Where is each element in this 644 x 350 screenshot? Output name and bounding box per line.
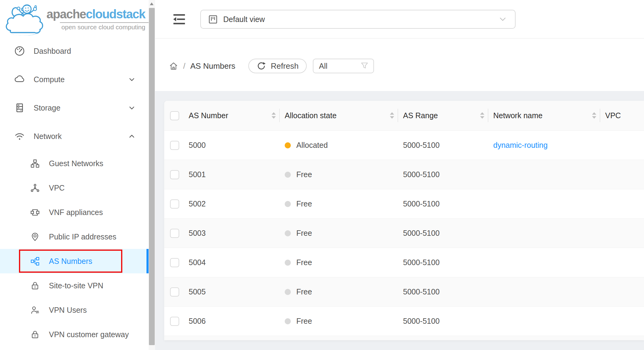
sidebar-scrollbar[interactable] bbox=[149, 0, 155, 350]
row-checkbox[interactable] bbox=[170, 287, 179, 297]
select-all-checkbox[interactable] bbox=[170, 111, 179, 120]
sidebar-item-label: Guest Networks bbox=[49, 159, 103, 168]
cell-network-name bbox=[488, 277, 600, 306]
lock-icon bbox=[30, 281, 40, 290]
state-label: Free bbox=[296, 170, 312, 179]
cell-network-name bbox=[488, 160, 600, 189]
sidebar-item-network[interactable]: Network bbox=[0, 124, 149, 148]
sidebar-item-label: VPN customer gateway bbox=[49, 330, 129, 339]
cell-allocation-state: Free bbox=[280, 277, 398, 306]
apartment-icon bbox=[30, 159, 40, 168]
table-row: 5003 Free 5000-5100 bbox=[164, 218, 644, 248]
sidebar-item-label: Site-to-site VPN bbox=[49, 281, 103, 290]
filter-funnel-icon bbox=[360, 61, 369, 71]
state-label: Free bbox=[296, 258, 312, 267]
chevron-down-icon bbox=[498, 15, 507, 24]
cell-allocation-state: Free bbox=[280, 218, 398, 248]
dashboard-icon bbox=[14, 46, 25, 57]
cell-as-number: 5002 bbox=[185, 189, 280, 218]
scrollbar-up-button[interactable] bbox=[149, 0, 155, 7]
wifi-icon bbox=[14, 131, 25, 142]
row-checkbox[interactable] bbox=[170, 199, 179, 209]
as-numbers-table: AS Number Allocation state AS Range Netw… bbox=[164, 101, 644, 340]
logo-underline bbox=[60, 22, 149, 23]
logo-word-apache: apache bbox=[46, 7, 86, 21]
row-checkbox[interactable] bbox=[170, 170, 179, 179]
cell-vpc bbox=[600, 160, 644, 189]
cell-as-range: 5000-5100 bbox=[398, 130, 488, 160]
sidebar-item-public-ip-addresses[interactable]: Public IP addresses bbox=[0, 224, 149, 249]
cell-as-number: 5007 bbox=[185, 336, 280, 340]
cell-network-name bbox=[488, 336, 600, 340]
table-row: 5000 Allocated 5000-5100 dynamic-routing bbox=[164, 130, 644, 160]
sort-carets-icon bbox=[390, 112, 394, 119]
row-checkbox[interactable] bbox=[170, 258, 179, 267]
network-name-link[interactable]: dynamic-routing bbox=[493, 141, 548, 149]
sidebar-item-guest-networks[interactable]: Guest Networks bbox=[0, 151, 149, 176]
sidebar-item-as-numbers[interactable]: AS Numbers bbox=[0, 249, 149, 273]
project-icon bbox=[208, 15, 218, 24]
state-dot bbox=[285, 142, 291, 148]
column-header-network-name[interactable]: Network name bbox=[488, 101, 600, 130]
cell-as-range: 5000-5100 bbox=[398, 336, 488, 340]
breadcrumb-current: AS Numbers bbox=[190, 61, 235, 71]
sidebar-item-compute[interactable]: Compute bbox=[0, 67, 149, 92]
menu-fold-icon[interactable] bbox=[172, 12, 186, 26]
breadcrumb: / AS Numbers bbox=[169, 58, 235, 74]
sidebar-item-dashboard[interactable]: Dashboard bbox=[0, 39, 149, 63]
sidebar-item-vnf-appliances[interactable]: VNF appliances bbox=[0, 200, 149, 224]
sidebar-item-vpn-customer-gateway[interactable]: VPN customer gateway bbox=[0, 322, 149, 347]
breadcrumb-section: / AS Numbers Refresh All bbox=[155, 39, 644, 91]
cell-as-number: 5005 bbox=[185, 277, 280, 306]
table-header-row: AS Number Allocation state AS Range Netw… bbox=[164, 101, 644, 130]
sidebar-item-vpc[interactable]: VPC bbox=[0, 176, 149, 200]
scrollbar-thumb[interactable] bbox=[149, 8, 155, 345]
top-header-bar: Default view bbox=[155, 0, 644, 38]
column-header-as-range[interactable]: AS Range bbox=[398, 101, 488, 130]
cell-as-range: 5000-5100 bbox=[398, 277, 488, 306]
column-header-vpc[interactable]: VPC bbox=[600, 101, 644, 130]
sidebar-item-label: Public IP addresses bbox=[49, 232, 117, 241]
home-icon[interactable] bbox=[169, 61, 178, 71]
sidebar-item-label: Network bbox=[34, 132, 62, 141]
cell-as-number: 5004 bbox=[185, 248, 280, 277]
sort-carets-icon bbox=[480, 112, 484, 119]
cell-vpc bbox=[600, 277, 644, 306]
row-checkbox[interactable] bbox=[170, 317, 179, 326]
cell-allocation-state: Free bbox=[280, 160, 398, 189]
cell-network-name bbox=[488, 306, 600, 336]
breadcrumb-separator: / bbox=[183, 61, 185, 71]
sidebar-item-label: VPN Users bbox=[49, 306, 87, 315]
view-select-dropdown[interactable]: Default view bbox=[200, 10, 516, 29]
logo-word-cloudstack: cloudstack bbox=[86, 7, 145, 21]
sidebar-item-label: AS Numbers bbox=[49, 257, 92, 266]
sidebar-item-label: VPC bbox=[49, 184, 65, 192]
sidebar-item-label: VNF appliances bbox=[49, 208, 103, 217]
reload-icon bbox=[256, 61, 266, 71]
chevron-down-icon bbox=[128, 104, 135, 111]
cell-allocation-state: Free bbox=[280, 336, 398, 340]
as-numbers-table-card: AS Number Allocation state AS Range Netw… bbox=[164, 101, 644, 340]
logo-link[interactable]: apachecloudstack open source cloud compu… bbox=[0, 0, 149, 37]
sidebar-item-storage[interactable]: Storage bbox=[0, 96, 149, 120]
table-row: 5007 Free 5000-5100 bbox=[164, 336, 644, 340]
cell-vpc bbox=[600, 130, 644, 160]
row-checkbox[interactable] bbox=[170, 141, 179, 150]
filter-select-dropdown[interactable]: All bbox=[313, 59, 374, 73]
row-checkbox[interactable] bbox=[170, 229, 179, 238]
cell-allocation-state: Free bbox=[280, 189, 398, 218]
cell-as-range: 5000-5100 bbox=[398, 189, 488, 218]
cell-as-range: 5000-5100 bbox=[398, 306, 488, 336]
cell-as-range: 5000-5100 bbox=[398, 160, 488, 189]
sidebar-item-site-to-site-vpn[interactable]: Site-to-site VPN bbox=[0, 273, 149, 298]
sidebar-item-label: Storage bbox=[34, 104, 61, 112]
refresh-button[interactable]: Refresh bbox=[248, 59, 307, 73]
sidebar-item-vpn-users[interactable]: VPN Users bbox=[0, 298, 149, 322]
table-row: 5002 Free 5000-5100 bbox=[164, 189, 644, 218]
state-label: Free bbox=[296, 199, 312, 208]
logo-tagline: open source cloud computing bbox=[58, 24, 149, 31]
column-header-as-number[interactable]: AS Number bbox=[185, 101, 280, 130]
gateway-frame-icon bbox=[30, 208, 40, 217]
column-header-allocation-state[interactable]: Allocation state bbox=[280, 101, 398, 130]
select-all-cell bbox=[164, 101, 185, 130]
